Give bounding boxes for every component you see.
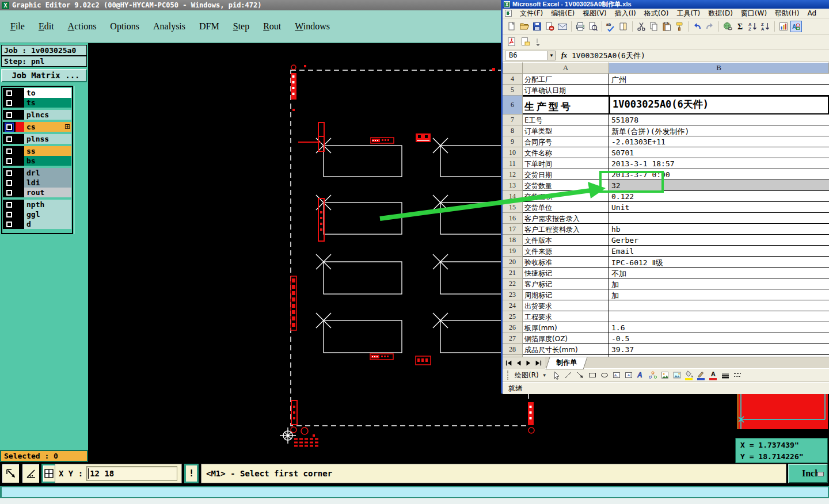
row-header-20[interactable]: 20: [503, 257, 523, 268]
excel-menu-6[interactable]: 数据(D): [708, 9, 733, 18]
chart-icon[interactable]: [778, 21, 789, 32]
fx-icon[interactable]: fx: [561, 51, 567, 60]
line-color-icon[interactable]: [696, 370, 706, 380]
hyperlink-icon[interactable]: [722, 21, 733, 32]
first-sheet-icon[interactable]: [504, 358, 514, 367]
layer-color-swatch[interactable]: [16, 168, 24, 178]
drawing-icon[interactable]: A: [790, 21, 802, 32]
formula-text[interactable]: 1V003025A0(6天件): [572, 51, 645, 61]
pdf-comments-icon[interactable]: [520, 36, 531, 48]
cell-b11[interactable]: 2013-3-1 18:57: [609, 158, 829, 169]
layer-color-swatch[interactable]: [16, 122, 24, 132]
format-painter-icon[interactable]: [674, 21, 685, 32]
toolbar-handle-icon[interactable]: [507, 371, 509, 380]
layer-color-swatch[interactable]: [16, 88, 24, 98]
cell-a25[interactable]: 工程要求: [523, 311, 609, 322]
layer-label-ss[interactable]: ss: [24, 146, 71, 156]
fill-color-icon[interactable]: [684, 370, 694, 380]
column-header-a[interactable]: A: [523, 62, 609, 74]
cell-b4[interactable]: 广州: [609, 74, 829, 85]
cell-b27[interactable]: -0.5: [609, 333, 829, 344]
sort-desc-icon[interactable]: ZA: [760, 21, 771, 32]
pdf-icon[interactable]: [506, 36, 518, 48]
cell-a19[interactable]: 文件来源: [523, 246, 609, 257]
row-header-28[interactable]: 28: [503, 344, 523, 355]
row-header-16[interactable]: 16: [503, 213, 523, 224]
cell-b21[interactable]: 不加: [609, 268, 829, 278]
ge-menu-options[interactable]: Options: [110, 21, 139, 32]
row-header-21[interactable]: 21: [503, 268, 523, 278]
cell-a12[interactable]: 交货日期: [523, 169, 609, 180]
cell-a27[interactable]: 铜箔厚度(OZ): [523, 333, 609, 344]
units-button[interactable]: Inch: [788, 464, 828, 483]
undo-icon[interactable]: [691, 21, 703, 32]
cell-b28[interactable]: 39.37: [609, 344, 829, 355]
dash-style-icon[interactable]: [732, 370, 743, 380]
overview-window[interactable]: [737, 394, 828, 429]
cut-icon[interactable]: [636, 21, 647, 32]
row-header-13[interactable]: 13: [503, 180, 523, 191]
save-icon[interactable]: [531, 21, 543, 32]
ge-menu-actions[interactable]: Actions: [68, 21, 97, 32]
layer-label-cs[interactable]: cs⊞: [24, 122, 71, 132]
cell-a9[interactable]: 合同序号: [523, 136, 609, 147]
ge-menu-windows[interactable]: Windows: [295, 21, 330, 32]
cell-a11[interactable]: 下单时间: [523, 158, 609, 169]
cell-b6[interactable]: 1V003025A0(6天件): [609, 96, 829, 114]
spelling-icon[interactable]: ab: [605, 21, 617, 32]
layer-checkbox-cs[interactable]: [6, 124, 13, 131]
permission-icon[interactable]: [544, 21, 556, 32]
layer-checkbox-bs[interactable]: [6, 158, 13, 165]
cell-a18[interactable]: 文件版本: [523, 235, 609, 246]
layer-checkbox-drl[interactable]: [6, 170, 13, 177]
cell-b14[interactable]: 0.122: [609, 191, 829, 202]
cell-b25[interactable]: [609, 311, 829, 322]
name-box[interactable]: B6▼: [505, 51, 556, 60]
open-icon[interactable]: [519, 21, 530, 32]
cell-b8[interactable]: 新单(合拼)(外发制作): [609, 125, 829, 136]
row-header-7[interactable]: 7: [503, 114, 523, 125]
cell-b15[interactable]: Unit: [609, 202, 829, 213]
layer-color-swatch[interactable]: [16, 156, 24, 166]
layer-color-swatch[interactable]: [16, 200, 24, 209]
excel-menu-2[interactable]: 视图(V): [583, 9, 607, 18]
copy-icon[interactable]: [648, 21, 660, 32]
measure-angle-button[interactable]: [22, 464, 40, 483]
layer-color-swatch[interactable]: [16, 134, 24, 144]
row-header-10[interactable]: 10: [503, 147, 523, 158]
cell-b5[interactable]: [609, 85, 829, 96]
excel-menu-7[interactable]: 窗口(W): [741, 9, 767, 18]
row-header-25[interactable]: 25: [503, 311, 523, 322]
line-icon[interactable]: [563, 370, 573, 380]
mail-icon[interactable]: [557, 21, 568, 32]
cell-a4[interactable]: 分配工厂: [523, 74, 609, 85]
cell-b7[interactable]: 551878: [609, 114, 829, 125]
cell-a14[interactable]: 交货面积: [523, 191, 609, 202]
draw-dropdown-icon[interactable]: ▼: [542, 373, 547, 378]
autosum-icon[interactable]: Σ: [735, 21, 746, 32]
pointer-icon[interactable]: [551, 370, 561, 380]
layer-color-swatch[interactable]: [16, 178, 24, 188]
excel-menu-0[interactable]: 文件(F): [520, 9, 543, 18]
row-header-19[interactable]: 19: [503, 246, 523, 257]
cell-a6[interactable]: 生产型号: [523, 96, 609, 114]
oval-icon[interactable]: [599, 370, 610, 380]
layer-checkbox-to[interactable]: [6, 90, 13, 97]
layer-checkbox-d[interactable]: [6, 221, 13, 228]
picture-icon[interactable]: [672, 370, 682, 380]
layer-color-swatch[interactable]: [16, 146, 24, 156]
cell-b18[interactable]: Gerber: [609, 235, 829, 246]
cell-b12[interactable]: 2013-3-7 0:00: [609, 169, 829, 180]
row-header-22[interactable]: 22: [503, 278, 523, 289]
row-header-8[interactable]: 8: [503, 125, 523, 136]
row-header-27[interactable]: 27: [503, 333, 523, 344]
cell-a23[interactable]: 周期标记: [523, 289, 609, 300]
layer-color-swatch[interactable]: [16, 110, 24, 120]
font-color-icon[interactable]: A: [708, 370, 718, 380]
cell-a7[interactable]: E工号: [523, 114, 609, 125]
cell-b17[interactable]: hb: [609, 224, 829, 235]
ge-menu-file[interactable]: File: [10, 21, 25, 32]
row-header-18[interactable]: 18: [503, 235, 523, 246]
name-box-dropdown-icon[interactable]: ▼: [547, 51, 555, 60]
textbox-icon[interactable]: A: [611, 370, 622, 380]
